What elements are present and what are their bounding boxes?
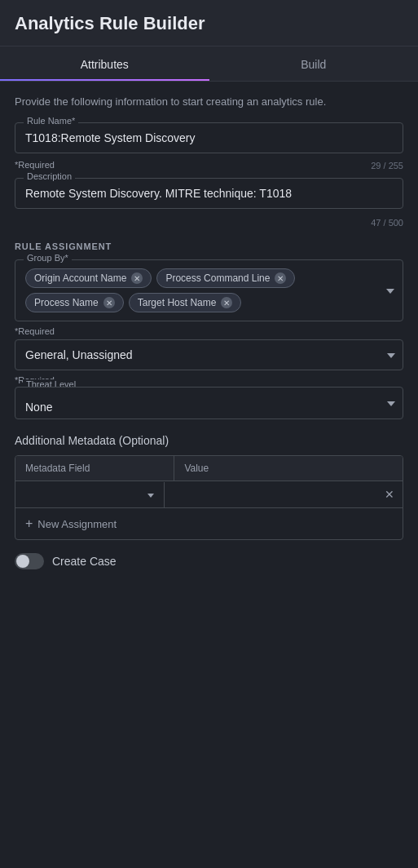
threat-level-wrapper: Threat Level None Critical High Medium L… [15, 387, 403, 419]
metadata-value-cell[interactable] [165, 482, 376, 507]
tab-build[interactable]: Build [209, 46, 419, 81]
metadata-header: Metadata Field Value [15, 456, 403, 481]
header: Analytics Rule Builder [0, 0, 418, 46]
general-select-wrapper: General, Unassigned Critical High Medium… [15, 339, 403, 370]
tabs-bar: Attributes Build [0, 46, 418, 82]
plus-icon: + [25, 516, 33, 531]
new-assignment-button[interactable]: + New Assignment [15, 508, 403, 539]
metadata-field-chevron-icon [147, 489, 154, 501]
tab-attributes[interactable]: Attributes [0, 46, 209, 81]
threat-level-container: Threat Level None Critical High Medium L… [15, 387, 403, 419]
general-select[interactable]: General, Unassigned Critical High Medium… [15, 339, 403, 370]
metadata-col-value: Value [174, 456, 403, 480]
tag-process-name[interactable]: Process Name ✕ [25, 293, 124, 312]
new-assignment-label: New Assignment [37, 518, 117, 530]
tag-close-target-host-name[interactable]: ✕ [221, 297, 232, 308]
additional-metadata-title: Additional Metadata (Optional) [15, 434, 403, 447]
metadata-table: Metadata Field Value ✕ + New Assignment [15, 455, 403, 540]
group-by-box: Group By* Origin Account Name ✕ Process … [15, 259, 403, 321]
group-by-label: Group By* [24, 253, 72, 263]
page-title: Analytics Rule Builder [15, 13, 205, 33]
metadata-value-input[interactable] [174, 489, 367, 501]
rule-name-required: *Required [15, 160, 55, 170]
rule-name-input[interactable] [25, 131, 393, 144]
toggle-knob [16, 555, 29, 568]
metadata-field-cell [15, 482, 165, 507]
description-label: Description [24, 171, 75, 181]
general-required-label: *Required [15, 326, 403, 336]
create-case-label: Create Case [52, 555, 117, 568]
rule-name-char-count: 29 / 255 [371, 161, 403, 170]
tag-close-process-name[interactable]: ✕ [103, 297, 115, 308]
create-case-toggle[interactable] [15, 553, 44, 569]
tag-process-command-line[interactable]: Process Command Line ✕ [156, 268, 295, 288]
tag-close-process-command-line[interactable]: ✕ [275, 272, 286, 284]
intro-text: Provide the following information to sta… [15, 95, 403, 109]
description-char-count: 47 / 500 [371, 218, 403, 228]
rule-assignment-title: RULE ASSIGNMENT [15, 241, 403, 251]
rule-name-label: Rule Name* [24, 116, 78, 126]
description-input[interactable] [25, 187, 393, 200]
tag-close-origin-account-name[interactable]: ✕ [131, 272, 143, 284]
group-by-chevron-icon [386, 285, 394, 296]
tag-target-host-name[interactable]: Target Host Name ✕ [129, 293, 242, 312]
metadata-row-close-button[interactable]: ✕ [376, 481, 403, 507]
threat-level-select[interactable]: None Critical High Medium Low Informatio… [15, 387, 403, 419]
rule-name-field: Rule Name* [15, 122, 403, 153]
close-icon: ✕ [385, 488, 394, 501]
main-content: Provide the following information to sta… [0, 82, 418, 582]
create-case-row: Create Case [15, 553, 403, 569]
tags-row: Origin Account Name ✕ Process Command Li… [25, 268, 373, 312]
tag-origin-account-name[interactable]: Origin Account Name ✕ [25, 268, 152, 288]
metadata-col-field: Metadata Field [15, 456, 174, 480]
description-field: Description [15, 178, 403, 209]
metadata-row: ✕ [15, 481, 403, 508]
general-select-container: General, Unassigned Critical High Medium… [15, 339, 403, 370]
